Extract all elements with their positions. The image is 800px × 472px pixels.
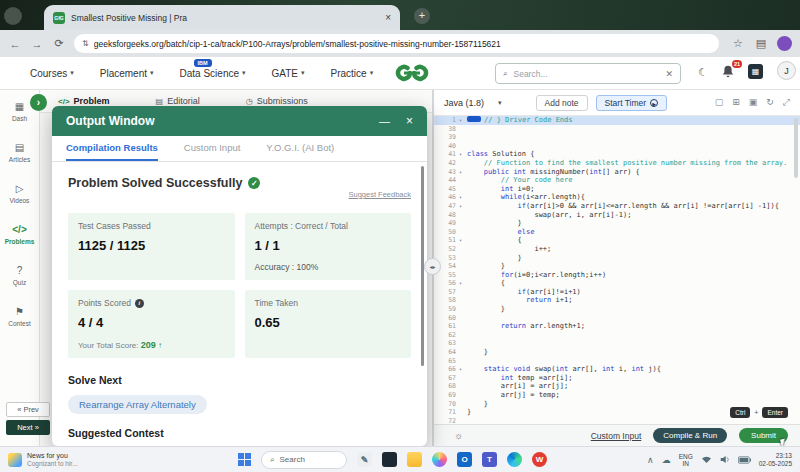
reset-code-icon[interactable]: ↻ xyxy=(766,97,774,108)
sidebar-item-videos[interactable]: ▷Videos xyxy=(0,180,39,207)
fold-icon[interactable]: ▾ xyxy=(459,168,467,177)
pane-splitter-handle[interactable]: ◂▸ xyxy=(424,258,441,275)
code-text xyxy=(467,142,800,151)
wifi-icon[interactable] xyxy=(701,455,712,464)
modal-tab-1[interactable]: Custom Input xyxy=(184,142,241,161)
nav-item-practice[interactable]: Practice▾ xyxy=(331,68,374,79)
modal-tab-2[interactable]: Y.O.G.I. (AI Bot) xyxy=(266,142,334,161)
fold-icon[interactable]: ▾ xyxy=(459,202,467,211)
dark-mode-icon[interactable]: ☾ xyxy=(698,66,708,79)
bookmark-star-icon[interactable]: ☆ xyxy=(731,37,745,50)
file-explorer-icon[interactable] xyxy=(407,452,422,467)
code-line: 66▾ static void swap(int arr[], int i, i… xyxy=(434,365,800,374)
start-timer-button[interactable]: Start Timer ▶ xyxy=(596,95,668,111)
modal-header[interactable]: Output Window — × xyxy=(52,106,427,136)
notepad-icon[interactable] xyxy=(382,452,397,467)
tab-editorial[interactable]: ▤Editorial xyxy=(156,96,200,106)
tab-label: Editorial xyxy=(167,96,200,106)
copilot-icon[interactable] xyxy=(432,452,447,467)
edge-icon[interactable] xyxy=(507,452,522,467)
code-line: 62 xyxy=(434,331,800,340)
tab-problem[interactable]: </>Problem xyxy=(58,96,110,106)
sidebar-item-quiz[interactable]: ?Quiz xyxy=(0,262,39,289)
sidebar-item-articles[interactable]: ▤Articles xyxy=(0,139,39,166)
info-icon[interactable]: i xyxy=(135,299,144,308)
suggest-feedback-link[interactable]: Suggest Feedback xyxy=(348,190,411,199)
custom-input-link[interactable]: Custom Input xyxy=(591,431,642,441)
browser-tab-title: Smallest Positive Missing | Pra xyxy=(71,13,379,23)
back-icon[interactable]: ← xyxy=(8,38,22,50)
theme-toggle-icon[interactable]: ☼ xyxy=(454,430,463,441)
status-text: Problem Solved Successfully ✓ xyxy=(68,176,260,190)
sidebar-item-contest[interactable]: ⚑Contest xyxy=(0,303,39,330)
search-clear-icon[interactable]: ✕ xyxy=(665,69,673,79)
side-panel-icon[interactable]: ▤ xyxy=(754,37,768,50)
fold-icon[interactable]: ▾ xyxy=(459,365,467,374)
code-text: arr[j] = temp; xyxy=(467,391,800,400)
notifications-bell[interactable]: 21 xyxy=(722,64,736,80)
taskbar-news-widget[interactable]: News for you Cognizant to hir... xyxy=(8,452,78,468)
fold-icon[interactable]: ▾ xyxy=(459,150,467,159)
points-value: 4 / 4 xyxy=(78,315,225,330)
battery-icon[interactable] xyxy=(738,456,751,464)
compile-run-button[interactable]: Compile & Run xyxy=(653,428,727,443)
suggested-problem-chip[interactable]: Rearrange Array Alternately xyxy=(68,395,207,414)
volume-icon[interactable] xyxy=(720,455,730,464)
browser-tab-strip: GfG Smallest Positive Missing | Pra × + xyxy=(0,0,800,30)
fold-icon[interactable]: ▾ xyxy=(459,236,467,245)
search-input[interactable]: ⌕ Search... ✕ xyxy=(495,63,681,84)
taskbar-clock[interactable]: 23:13 02-05-2025 xyxy=(759,452,792,468)
tab-submissions[interactable]: ◷Submissions xyxy=(246,96,308,106)
sidebar-expand-button[interactable]: › xyxy=(30,94,47,111)
campus-app-icon[interactable]: ▦ xyxy=(748,64,763,79)
submit-button[interactable]: Submit xyxy=(739,428,788,443)
collapsed-code-chip[interactable] xyxy=(467,116,481,122)
tab-close-icon[interactable]: × xyxy=(385,12,391,23)
fold-icon[interactable]: ▾ xyxy=(459,116,467,125)
language-indicator[interactable]: ENG IN xyxy=(679,453,693,467)
onedrive-cloud-icon[interactable]: ☁ xyxy=(662,455,671,465)
copy-icon[interactable]: ▢ xyxy=(715,97,724,108)
screen: GfG Smallest Positive Missing | Pra × + … xyxy=(0,0,800,472)
code-text: if(arr[i]!=i+1) xyxy=(467,288,800,297)
teams-icon[interactable]: T xyxy=(482,452,497,467)
nav-item-courses[interactable]: Courses▾ xyxy=(30,68,74,79)
browser-tab[interactable]: GfG Smallest Positive Missing | Pra × xyxy=(44,5,400,30)
gfg-logo-icon[interactable] xyxy=(395,63,429,83)
language-selector[interactable]: Java (1.8) ▾ xyxy=(444,98,502,108)
tab-search-button[interactable] xyxy=(4,7,22,25)
add-note-button[interactable]: Add note xyxy=(536,95,588,111)
close-icon[interactable]: × xyxy=(406,114,413,128)
prev-button[interactable]: « Prev xyxy=(6,402,50,417)
snip-tool-icon[interactable]: ✎ xyxy=(357,452,372,467)
outlook-icon[interactable]: O xyxy=(457,452,472,467)
code-text: arr[i] = arr[j]; xyxy=(467,382,800,391)
browser-profile-avatar[interactable] xyxy=(777,36,792,51)
forward-icon[interactable]: → xyxy=(30,38,44,50)
fold-icon[interactable]: ▾ xyxy=(459,193,467,202)
new-tab-button[interactable]: + xyxy=(414,8,430,24)
taskbar-search[interactable]: ⌕ Search xyxy=(261,451,347,469)
layout-grid-icon[interactable]: ⊞ xyxy=(732,97,740,108)
editor-scrollbar[interactable] xyxy=(794,118,798,178)
next-button[interactable]: Next » xyxy=(6,420,50,435)
reload-icon[interactable]: ⟳ xyxy=(52,37,66,50)
fullscreen-icon[interactable]: ⤢ xyxy=(783,97,790,108)
start-timer-label: Start Timer xyxy=(605,98,647,108)
user-avatar[interactable]: J xyxy=(777,61,796,80)
code-area[interactable]: 1▾// } Driver Code Ends38394041▾class So… xyxy=(434,116,800,424)
modal-tab-0[interactable]: Compilation Results xyxy=(66,142,158,161)
nav-item-data-science[interactable]: IBMData Science▾ xyxy=(180,68,246,79)
enter-key: Enter xyxy=(762,407,788,418)
nav-item-gate[interactable]: GATE▾ xyxy=(272,68,305,79)
windows-start-icon[interactable] xyxy=(238,453,251,466)
site-settings-icon[interactable]: ⇅ xyxy=(82,39,89,48)
split-view-icon[interactable]: ▣ xyxy=(749,97,758,108)
nav-item-placement[interactable]: Placement▾ xyxy=(100,68,154,79)
tray-chevron-up-icon[interactable]: ∧ xyxy=(647,455,654,465)
minimize-icon[interactable]: — xyxy=(379,115,390,127)
sidebar-item-problems[interactable]: </>Problems xyxy=(0,221,39,248)
fold-icon[interactable]: ▾ xyxy=(459,279,467,288)
url-bar[interactable]: ⇅ geeksforgeeks.org/batch/cip-1-ca/track… xyxy=(74,34,719,53)
wps-icon[interactable]: W xyxy=(532,452,547,467)
